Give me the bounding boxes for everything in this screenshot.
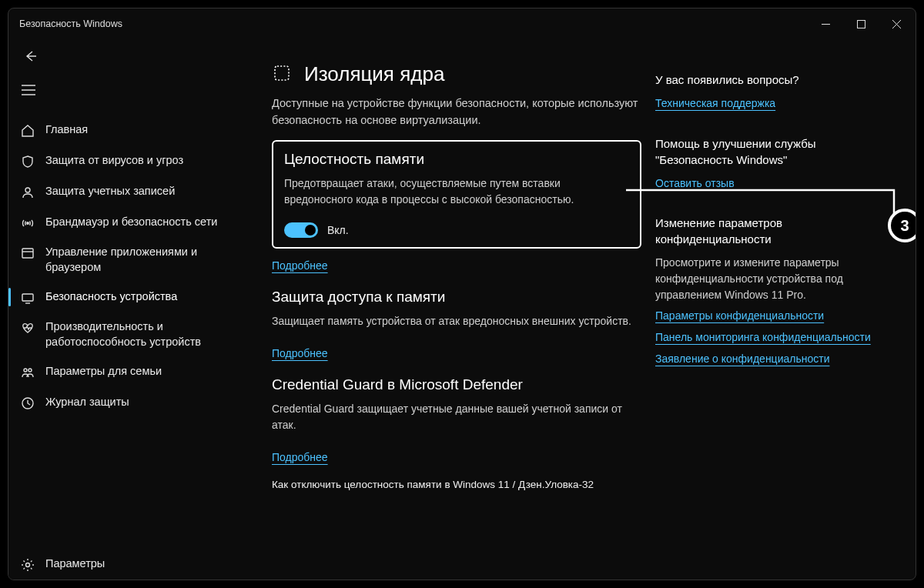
sidebar-item-label: Параметры для семьи [45,364,162,379]
aside-questions: У вас появились вопросы? Техническая под… [655,72,894,112]
heart-icon [21,321,35,335]
aside-column: У вас появились вопросы? Техническая под… [655,58,894,572]
support-link[interactable]: Техническая поддержка [655,95,894,112]
device-icon [21,291,35,305]
svg-rect-17 [275,66,289,80]
sidebar-item-appbrowser[interactable]: Управление приложениями и браузером [8,238,263,282]
callout-number: 3 [900,217,909,235]
antenna-icon [21,216,35,230]
aside-improve-title: Помощь в улучшении службы "Безопасность … [655,135,894,168]
sidebar-item-label: Защита учетных записей [45,184,175,199]
hamburger-icon [22,85,35,95]
sidebar-item-label: Управление приложениями и браузером [45,245,252,275]
svg-rect-11 [22,294,33,301]
arrow-left-icon [23,49,37,63]
sidebar-item-label: Главная [45,122,88,138]
sidebar-item-family[interactable]: Параметры для семьи [8,356,263,387]
credential-guard-desc: Credential Guard защищает учетные данные… [272,401,641,434]
titlebar: Безопасность Windows [8,8,916,39]
maximize-button[interactable] [843,8,879,39]
sidebar-item-label: Журнал защиты [45,395,129,410]
shield-icon [21,155,35,169]
svg-point-16 [26,563,30,567]
toggle-label: Вкл. [327,224,349,236]
sidebar-item-firewall[interactable]: Брандмауэр и безопасность сети [8,207,263,238]
sidebar-item-performance[interactable]: Производительность и работоспособность у… [8,312,263,356]
page-title: Изоляция ядра [304,62,444,86]
svg-point-7 [25,188,30,192]
close-button[interactable] [879,8,914,39]
aside-questions-title: У вас появились вопросы? [655,72,894,88]
privacy-dashboard-link[interactable]: Панель мониторинга конфиденциальности [655,329,894,346]
app-window: Безопасность Windows Главная Защита [8,8,916,580]
person-icon [21,185,35,199]
chip-icon [272,63,292,86]
sidebar-item-account[interactable]: Защита учетных записей [8,176,263,207]
back-button[interactable] [13,42,47,70]
aside-privacy-desc: Просмотрите и измените параметры конфиде… [655,255,894,303]
aside-improve: Помощь в улучшении службы "Безопасность … [655,135,894,192]
sidebar-item-label: Защита от вирусов и угроз [45,153,183,169]
main-inner: Изоляция ядра Доступные на устройстве фу… [272,62,641,490]
credential-guard-learn-more-link[interactable]: Подробнее [272,451,328,463]
memory-integrity-learn-more-link[interactable]: Подробнее [272,259,328,272]
memory-integrity-toggle-row: Вкл. [284,222,629,238]
privacy-statement-link[interactable]: Заявление о конфиденциальности [655,351,894,368]
sidebar-item-label: Брандмауэр и безопасность сети [45,215,217,230]
svg-point-8 [27,222,28,224]
sidebar-nav: Главная Защита от вирусов и угроз Защита… [8,115,263,549]
privacy-settings-link[interactable]: Параметры конфиденциальности [655,308,894,325]
footer-note: Как отключить целостность памяти в Windo… [272,479,641,490]
sidebar-item-settings[interactable]: Параметры [8,549,263,580]
aside-privacy: Изменение параметров конфиденциальности … [655,215,894,367]
memory-access-title: Защита доступа к памяти [272,289,641,306]
memory-access-learn-more-link[interactable]: Подробнее [272,347,328,359]
memory-integrity-desc: Предотвращает атаки, осуществляемые путе… [284,175,629,209]
minimize-button[interactable] [808,8,843,39]
sidebar-item-history[interactable]: Журнал защиты [8,387,263,418]
aside-privacy-title: Изменение параметров конфиденциальности [655,215,894,247]
gear-icon [21,558,35,572]
svg-point-13 [24,369,27,372]
page-header: Изоляция ядра [272,62,641,86]
svg-rect-9 [22,249,33,258]
credential-guard-title: Credential Guard в Microsoft Defender [272,376,641,393]
sidebar-item-label: Производительность и работоспособность у… [45,319,252,349]
feedback-link[interactable]: Оставить отзыв [655,175,894,192]
main-column: Изоляция ядра Доступные на устройстве фу… [272,58,655,572]
memory-access-desc: Защищает память устройства от атак вредо… [272,313,641,330]
memory-access-section: Защита доступа к памяти Защищает память … [272,289,641,373]
page-description: Доступные на устройстве функции безопасн… [272,95,641,129]
browser-icon [21,246,35,260]
family-icon [21,366,35,379]
sidebar-item-home[interactable]: Главная [8,115,263,145]
memory-integrity-toggle[interactable] [284,222,318,238]
sidebar-item-label: Параметры [45,556,105,572]
sidebar: Главная Защита от вирусов и угроз Защита… [8,39,263,580]
home-icon [21,124,35,138]
sidebar-footer: Параметры [8,549,263,580]
svg-rect-1 [857,20,865,28]
credential-guard-section: Credential Guard в Microsoft Defender Cr… [272,376,641,477]
sidebar-item-device-security[interactable]: Безопасность устройства [8,282,263,312]
sidebar-item-virus[interactable]: Защита от вирусов и угроз [8,145,263,176]
sidebar-item-label: Безопасность устройства [45,289,177,305]
history-icon [21,396,35,410]
window-body: Главная Защита от вирусов и угроз Защита… [8,39,916,580]
content: Изоляция ядра Доступные на устройстве фу… [263,39,916,580]
hamburger-button[interactable] [13,76,44,104]
memory-integrity-title: Целостность памяти [284,151,629,168]
callout-badge: 3 [888,209,916,242]
window-controls [808,8,914,39]
window-title: Безопасность Windows [19,18,122,29]
svg-point-14 [28,369,32,372]
memory-integrity-card: Целостность памяти Предотвращает атаки, … [272,140,641,249]
